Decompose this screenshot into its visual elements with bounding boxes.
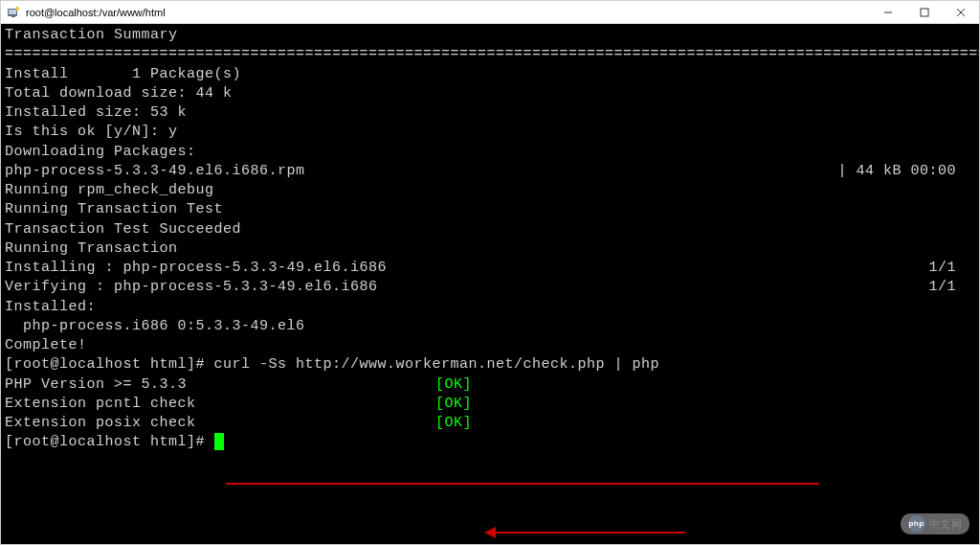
maximize-button[interactable] bbox=[906, 1, 943, 23]
installing-line: Installing : php-process-5.3.3-49.el6.i6… bbox=[5, 259, 975, 278]
rpm-filename: php-process-5.3.3-49.el6.i686.rpm bbox=[5, 162, 305, 181]
final-prompt-line: [root@localhost html]# bbox=[5, 433, 975, 452]
terminal-output[interactable]: Transaction Summary ====================… bbox=[1, 24, 979, 544]
close-button[interactable] bbox=[943, 1, 979, 23]
titlebar[interactable]: root@localhost:/var/www/html bbox=[1, 1, 979, 24]
svg-rect-1 bbox=[9, 10, 16, 14]
complete-line: Complete! bbox=[5, 336, 975, 355]
verifying-line: Verifying : php-process-5.3.3-49.el6.i68… bbox=[5, 278, 975, 297]
svg-point-3 bbox=[15, 7, 19, 11]
terminal-cursor bbox=[214, 433, 224, 450]
posix-label: Extension posix check bbox=[5, 414, 435, 433]
running-transaction-line: Running Transaction bbox=[5, 239, 975, 259]
installed-size-line: Installed size: 53 k bbox=[5, 103, 975, 123]
putty-icon bbox=[7, 6, 20, 19]
transaction-test-line: Running Transaction Test bbox=[5, 200, 975, 219]
curl-command: curl -Ss http://www.workerman.net/check.… bbox=[214, 356, 660, 373]
command-line: [root@localhost html]# curl -Ss http://w… bbox=[5, 355, 975, 375]
transaction-summary-heading: Transaction Summary bbox=[5, 26, 975, 45]
php-version-label: PHP Version >= 5.3.3 bbox=[5, 375, 435, 395]
rpm-check-line: Running rpm_check_debug bbox=[5, 181, 975, 200]
rpm-download-line: php-process-5.3.3-49.el6.i686.rpm | 44 k… bbox=[5, 162, 975, 181]
ok-status: [OK] bbox=[435, 395, 472, 414]
ok-status: [OK] bbox=[435, 375, 472, 395]
installed-heading: Installed: bbox=[5, 298, 975, 317]
red-underline-annotation bbox=[226, 483, 819, 485]
verifying-progress: 1/1 bbox=[928, 278, 975, 297]
shell-prompt: [root@localhost html]# bbox=[5, 356, 214, 373]
install-count-line: Install 1 Package(s) bbox=[5, 65, 975, 84]
window-title: root@localhost:/var/www/html bbox=[26, 7, 870, 18]
watermark: php 中文网 bbox=[901, 513, 970, 534]
minimize-button[interactable] bbox=[870, 1, 906, 23]
download-size-line: Total download size: 44 k bbox=[5, 84, 975, 103]
svg-rect-2 bbox=[11, 16, 15, 17]
test-succeeded-line: Transaction Test Succeeded bbox=[5, 220, 975, 239]
posix-check-line: Extension posix check [OK] bbox=[5, 414, 975, 433]
watermark-text: 中文网 bbox=[929, 517, 963, 532]
installing-package: Installing : php-process-5.3.3-49.el6.i6… bbox=[5, 259, 387, 278]
shell-prompt: [root@localhost html]# bbox=[5, 434, 214, 450]
downloading-line: Downloading Packages: bbox=[5, 143, 975, 162]
confirm-prompt-line: Is this ok [y/N]: y bbox=[5, 123, 975, 142]
ok-status: [OK] bbox=[435, 414, 472, 433]
pcntl-check-line: Extension pcntl check [OK] bbox=[5, 395, 975, 414]
window-controls bbox=[870, 1, 979, 23]
red-arrow-annotation bbox=[494, 532, 685, 534]
verifying-package: Verifying : php-process-5.3.3-49.el6.i68… bbox=[5, 278, 378, 297]
rpm-progress: | 44 kB 00:00 bbox=[837, 162, 975, 181]
php-logo-icon: php bbox=[908, 515, 925, 533]
installed-package-line: php-process.i686 0:5.3.3-49.el6 bbox=[5, 317, 975, 336]
terminal-window: root@localhost:/var/www/html Transaction… bbox=[0, 0, 980, 545]
svg-rect-5 bbox=[921, 9, 928, 16]
php-version-check-line: PHP Version >= 5.3.3 [OK] bbox=[5, 375, 975, 395]
separator-line: ========================================… bbox=[5, 45, 975, 64]
installing-progress: 1/1 bbox=[928, 259, 975, 278]
pcntl-label: Extension pcntl check bbox=[5, 395, 435, 414]
